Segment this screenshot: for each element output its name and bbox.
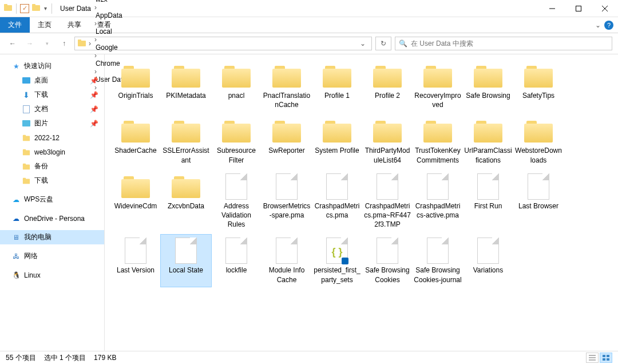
file-list[interactable]: OriginTrialsPKIMetadatapnaclPnaclTransla…: [105, 54, 618, 351]
qa-dropdown-icon[interactable]: ▾: [43, 5, 48, 11]
file-item[interactable]: lockfile: [211, 235, 262, 286]
folder-item[interactable]: TrustTokenKeyCommitments: [413, 115, 463, 167]
ribbon-tab-file[interactable]: 文件: [0, 17, 30, 33]
file-item[interactable]: Variations: [463, 235, 513, 286]
folder-item[interactable]: Safe Browsing: [463, 60, 513, 112]
item-label: CrashpadMetrics.pma: [313, 201, 361, 220]
maximize-button[interactable]: [565, 0, 592, 17]
details-view-button[interactable]: [586, 353, 599, 363]
folder-item[interactable]: Subresource Filter: [211, 115, 262, 167]
sidebar-quick-access[interactable]: ★ 快速访问: [0, 59, 104, 73]
breadcrumb-segment[interactable]: Local: [93, 27, 129, 35]
folder-item[interactable]: SafetyTips: [513, 60, 564, 112]
folder-item[interactable]: ThirdPartyModuleList64: [362, 115, 413, 167]
file-item[interactable]: Last Version: [110, 235, 161, 286]
file-item[interactable]: Address Validation Rules: [211, 171, 262, 232]
folder-item[interactable]: pnacl: [211, 60, 262, 112]
item-label: Safe Browsing: [466, 91, 510, 100]
file-item[interactable]: First Run: [463, 171, 513, 232]
folder-item[interactable]: WebstoreDownloads: [513, 115, 564, 167]
file-item[interactable]: Safe Browsing Cookies: [362, 235, 413, 286]
file-item[interactable]: { }persisted_first_party_sets: [312, 235, 362, 286]
svg-rect-15: [23, 163, 26, 165]
folder-icon: [121, 120, 150, 143]
ribbon-collapse-icon[interactable]: ⌄: [595, 21, 601, 29]
chevron-right-icon[interactable]: ›: [93, 3, 98, 11]
sidebar-onedrive[interactable]: ☁ OneDrive - Persona: [0, 211, 104, 225]
item-label: Local State: [169, 266, 203, 275]
sidebar-item[interactable]: 备份: [0, 159, 104, 173]
chevron-right-icon[interactable]: ›: [93, 19, 98, 27]
folder-item[interactable]: WidevineCdm: [110, 171, 161, 232]
sidebar-linux[interactable]: 🐧 Linux: [0, 268, 104, 282]
file-item[interactable]: Last Browser: [513, 171, 564, 232]
sidebar-wps[interactable]: ☁ WPS云盘: [0, 192, 104, 207]
item-label: PnaclTranslationCache: [263, 91, 311, 109]
cloud-icon: ☁: [11, 214, 21, 223]
sidebar-network[interactable]: 🖧 网络: [0, 249, 104, 263]
address-bar[interactable]: › wzx›AppData›Local›Google›Chrome›User D…: [74, 37, 372, 50]
ribbon-tab-home[interactable]: 主页: [30, 17, 60, 33]
close-button[interactable]: [592, 0, 618, 17]
file-item[interactable]: Local State: [161, 235, 211, 286]
folder-item[interactable]: OriginTrials: [110, 60, 161, 112]
sidebar-item[interactable]: 2022-12: [0, 130, 104, 145]
folder-icon: [474, 120, 502, 143]
file-icon: [276, 238, 298, 264]
minimize-button[interactable]: [539, 0, 565, 17]
pin-icon: 📌: [90, 120, 98, 128]
folder-item[interactable]: Profile 2: [362, 60, 413, 112]
folder-item[interactable]: ZxcvbnData: [161, 171, 211, 232]
breadcrumb-segment[interactable]: Google: [93, 43, 129, 52]
sidebar-item[interactable]: ⬇下载📌: [0, 88, 104, 102]
sidebar-item[interactable]: 桌面📌: [0, 73, 104, 88]
sidebar-item[interactable]: 图片📌: [0, 116, 104, 130]
sidebar-item[interactable]: 下载: [0, 173, 104, 188]
file-item[interactable]: Module Info Cache: [262, 235, 312, 286]
folder-item[interactable]: PKIMetadata: [161, 60, 211, 112]
file-item[interactable]: CrashpadMetrics.pma~RF4472f3.TMP: [362, 171, 413, 232]
folder-icon: [22, 148, 31, 157]
folder-item[interactable]: RecoveryImproved: [413, 60, 463, 112]
refresh-button[interactable]: ↻: [375, 37, 391, 50]
folder-icon: [121, 175, 150, 198]
chevron-right-icon[interactable]: ›: [93, 35, 98, 43]
sidebar-label: 快速访问: [24, 61, 52, 71]
ribbon: 文件 主页 共享 查看 ⌄ ?: [0, 17, 618, 33]
help-icon[interactable]: ?: [604, 21, 613, 30]
icons-view-button[interactable]: [600, 353, 612, 363]
folder-item[interactable]: Profile 1: [312, 60, 362, 112]
sidebar-item[interactable]: web3login: [0, 145, 104, 159]
file-item[interactable]: CrashpadMetrics-active.pma: [413, 171, 463, 232]
item-label: Address Validation Rules: [212, 201, 260, 230]
checkbox-icon[interactable]: ✓: [20, 4, 29, 13]
folder-icon: [423, 65, 452, 88]
folder-item[interactable]: PnaclTranslationCache: [262, 60, 312, 112]
breadcrumb-segment[interactable]: wzx: [93, 0, 129, 3]
svg-rect-23: [603, 358, 605, 361]
address-dropdown-icon[interactable]: ⌄: [356, 39, 369, 48]
forward-button[interactable]: →: [23, 37, 37, 50]
file-item[interactable]: BrowserMetrics-spare.pma: [262, 171, 312, 232]
breadcrumb-segment[interactable]: AppData: [93, 11, 129, 19]
folder-item[interactable]: SwReporter: [262, 115, 312, 167]
sidebar-this-pc[interactable]: 🖥 我的电脑: [0, 230, 104, 244]
recent-dropdown[interactable]: ▾: [40, 37, 54, 50]
folder-icon: [272, 120, 301, 143]
back-button[interactable]: ←: [6, 37, 19, 50]
sidebar-item-label: 图片: [34, 118, 48, 128]
item-label: ShaderCache: [114, 146, 156, 155]
chevron-right-icon[interactable]: ›: [88, 39, 92, 48]
folder-item[interactable]: ShaderCache: [110, 115, 161, 167]
up-button[interactable]: ↑: [57, 37, 71, 50]
folder-item[interactable]: System Profile: [312, 115, 362, 167]
folder-item[interactable]: SSLErrorAssistant: [161, 115, 211, 167]
sidebar-item[interactable]: 文档📌: [0, 102, 104, 116]
search-input[interactable]: [411, 39, 608, 48]
folder-item[interactable]: UrlParamClassifications: [463, 115, 513, 167]
search-box[interactable]: 🔍: [395, 37, 612, 50]
file-item[interactable]: Safe Browsing Cookies-journal: [413, 235, 463, 286]
folder-small-icon[interactable]: [31, 3, 41, 14]
file-item[interactable]: CrashpadMetrics.pma: [312, 171, 362, 232]
ribbon-tab-share[interactable]: 共享: [60, 17, 89, 33]
